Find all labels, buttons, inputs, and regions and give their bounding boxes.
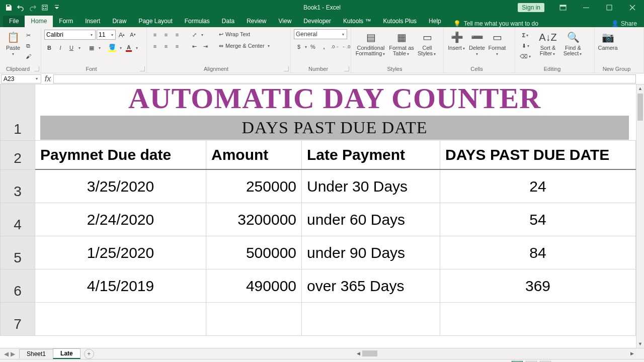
increase-decimal-button[interactable]: .0→ xyxy=(330,42,340,52)
font-size-input[interactable] xyxy=(99,31,111,38)
decrease-font-button[interactable]: A▾ xyxy=(128,30,138,40)
tab-view[interactable]: View xyxy=(273,16,298,27)
align-right-button[interactable]: ≡ xyxy=(172,41,182,51)
cell-amt-1[interactable]: 3200000 xyxy=(206,203,302,236)
clipboard-launcher-icon[interactable] xyxy=(34,66,39,71)
tab-kutools-plus[interactable]: Kutools Plus xyxy=(377,16,423,27)
header-due-date[interactable]: Paymnet Due date xyxy=(35,141,206,169)
accounting-button[interactable]: $ xyxy=(294,42,304,52)
ribbon-options-icon[interactable] xyxy=(551,0,575,15)
align-center-button[interactable]: ≡ xyxy=(161,41,171,51)
vertical-scrollbar[interactable]: ▲ ▼ xyxy=(636,84,644,348)
comma-button[interactable]: , xyxy=(319,42,329,52)
percent-button[interactable]: % xyxy=(308,42,318,52)
cell-empty[interactable] xyxy=(302,303,440,335)
scroll-up-icon[interactable]: ▲ xyxy=(636,84,644,93)
wrap-text-button[interactable]: ↩Wrap Text xyxy=(217,29,277,39)
sheet-tab-sheet1[interactable]: Sheet1 xyxy=(19,349,53,358)
cell-due-2[interactable]: 1/25/2020 xyxy=(35,236,206,269)
add-sheet-button[interactable]: + xyxy=(84,349,94,359)
tab-insert[interactable]: Insert xyxy=(79,16,106,27)
copy-button[interactable]: ⧉ xyxy=(23,41,33,51)
sheet-next-icon[interactable]: ▶ xyxy=(11,350,15,357)
share-button[interactable]: 👤 Share xyxy=(611,20,637,27)
scroll-thumb[interactable] xyxy=(637,94,643,121)
scroll-right-icon[interactable]: ▶ xyxy=(628,351,636,356)
name-box[interactable]: A23▾ xyxy=(1,74,41,83)
cell-amt-2[interactable]: 500000 xyxy=(206,236,302,269)
align-left-button[interactable]: ≡ xyxy=(150,41,160,51)
italic-button[interactable]: I xyxy=(55,43,65,53)
cell-styles-button[interactable]: ▭Cell Styles▾ xyxy=(416,29,439,64)
row-header-7[interactable]: 7 xyxy=(0,303,35,336)
header-late-payment[interactable]: Late Payment xyxy=(302,141,440,169)
tab-kutools[interactable]: Kutools ™ xyxy=(337,16,377,27)
sheet-prev-icon[interactable]: ◀ xyxy=(4,350,9,357)
font-color-button[interactable]: A xyxy=(124,43,134,53)
cell-days-0[interactable]: 24 xyxy=(440,170,636,203)
tab-data[interactable]: Data xyxy=(216,16,240,27)
align-top-button[interactable]: ≡ xyxy=(150,30,160,40)
orientation-button[interactable]: ⤢ xyxy=(189,30,199,40)
touch-mode-icon[interactable] xyxy=(39,2,50,13)
font-launcher-icon[interactable] xyxy=(140,66,145,71)
header-amount[interactable]: Amount xyxy=(206,141,302,169)
horizontal-scrollbar[interactable]: ◀ ▶ xyxy=(354,349,636,357)
cell-days-3[interactable]: 369 xyxy=(440,269,636,302)
conditional-formatting-button[interactable]: ▤Conditional Formatting▾ xyxy=(354,29,387,64)
number-launcher-icon[interactable] xyxy=(344,66,349,71)
paste-button[interactable]: 📋 Paste▾ xyxy=(3,29,23,64)
maximize-icon[interactable] xyxy=(598,0,621,15)
font-size-combo[interactable]: ▾ xyxy=(97,30,116,40)
cell-days-2[interactable]: 84 xyxy=(440,236,636,269)
redo-icon[interactable] xyxy=(27,2,38,13)
cell-late-0[interactable]: Under 30 Days xyxy=(302,170,440,203)
cell-late-3[interactable]: over 365 Days xyxy=(302,269,440,302)
cell-late-2[interactable]: under 90 Days xyxy=(302,236,440,269)
cell-empty[interactable] xyxy=(35,303,206,335)
tab-page-layout[interactable]: Page Layout xyxy=(132,16,178,27)
tab-review[interactable]: Review xyxy=(240,16,272,27)
tab-file[interactable]: File xyxy=(3,16,25,27)
increase-indent-button[interactable]: ⇥ xyxy=(200,41,210,51)
camera-button[interactable]: 📷Camera xyxy=(598,29,618,52)
header-days-past[interactable]: DAYS PAST DUE DATE xyxy=(440,141,636,169)
format-as-table-button[interactable]: ▦Format as Table▾ xyxy=(387,29,416,64)
delete-cells-button[interactable]: ➖Delete▾ xyxy=(467,29,487,64)
sort-filter-button[interactable]: A↓ZSort & Filter▾ xyxy=(535,29,560,64)
cell-empty[interactable] xyxy=(206,303,302,335)
alignment-launcher-icon[interactable] xyxy=(284,66,289,71)
worksheet-grid[interactable]: AUTOMATIC DAY COUNTER DAYS PAST DUE DATE… xyxy=(0,84,644,348)
close-icon[interactable] xyxy=(621,0,644,15)
cell-due-0[interactable]: 3/25/2020 xyxy=(35,170,206,203)
tab-home[interactable]: Home xyxy=(25,16,53,27)
tab-draw[interactable]: Draw xyxy=(106,16,132,27)
sheet-nav[interactable]: ◀▶ xyxy=(0,350,19,357)
scroll-left-icon[interactable]: ◀ xyxy=(354,351,362,356)
align-bottom-button[interactable]: ≡ xyxy=(172,30,182,40)
tell-me-search[interactable]: 💡 Tell me what you want to do xyxy=(453,20,538,27)
row-header-3[interactable]: 3 xyxy=(0,170,35,203)
cell-empty[interactable] xyxy=(440,303,636,335)
cell-late-1[interactable]: under 60 Days xyxy=(302,203,440,236)
minimize-icon[interactable] xyxy=(575,0,598,15)
save-icon[interactable] xyxy=(3,2,14,13)
merge-center-button[interactable]: ⇔Merge & Center▾ xyxy=(217,41,277,51)
sign-in-button[interactable]: Sign in xyxy=(518,3,544,12)
fill-color-button[interactable]: 🪣 xyxy=(107,43,118,53)
qat-customize-icon[interactable] xyxy=(51,2,62,13)
undo-icon[interactable] xyxy=(15,2,26,13)
format-painter-button[interactable]: 🖌 xyxy=(23,51,33,61)
borders-button[interactable]: ▦ xyxy=(87,43,97,53)
row-header-1[interactable]: 1 xyxy=(0,84,35,141)
clear-button[interactable]: ⌫▾ xyxy=(518,51,533,61)
tab-developer[interactable]: Developer xyxy=(297,16,337,27)
sheet-tab-late[interactable]: Late xyxy=(53,348,80,359)
bold-button[interactable]: B xyxy=(44,43,54,53)
cell-amt-0[interactable]: 250000 xyxy=(206,170,302,203)
font-name-input[interactable] xyxy=(46,31,90,38)
hscroll-thumb[interactable] xyxy=(362,350,377,356)
cell-due-1[interactable]: 2/24/2020 xyxy=(35,203,206,236)
cell-days-1[interactable]: 54 xyxy=(440,203,636,236)
underline-button[interactable]: U xyxy=(66,43,76,53)
